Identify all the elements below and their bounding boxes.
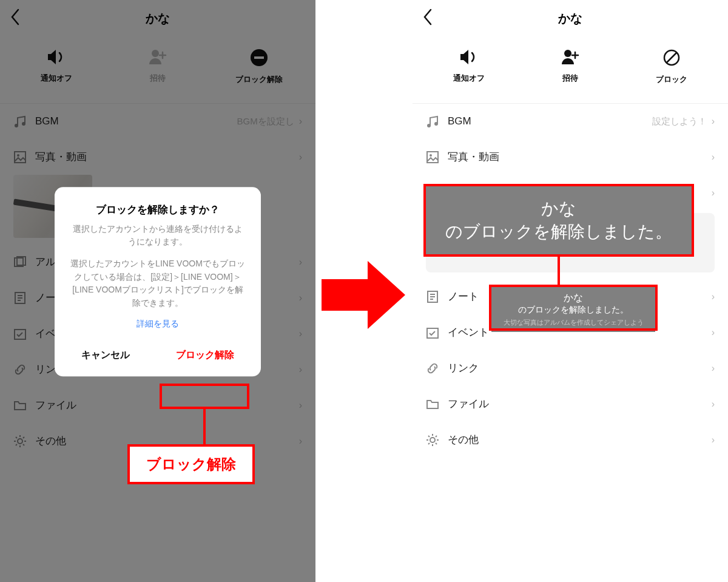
chevron-right-icon: › bbox=[712, 152, 715, 163]
connector-line bbox=[558, 257, 560, 287]
screenshot-before: かな 通知オフ 招待 ブロック解除 BGM BGMを設定し › 写真・動画 › … bbox=[0, 0, 315, 582]
chevron-right-icon: › bbox=[712, 188, 715, 198]
screenshot-after: かな 通知オフ 招待 ブロック BGM 設定しよう！ › 写真・動画 › アルバ… bbox=[413, 0, 728, 582]
note-icon bbox=[426, 290, 439, 303]
music-icon bbox=[426, 115, 439, 128]
block-icon bbox=[662, 49, 681, 69]
dialog-body-1: 選択したアカウントから連絡を受け付けるようになります。 bbox=[69, 223, 246, 249]
svg-point-29 bbox=[430, 438, 435, 442]
chevron-right-icon: › bbox=[712, 116, 715, 127]
chevron-right-icon: › bbox=[712, 435, 715, 445]
svg-point-15 bbox=[564, 50, 571, 57]
row-links-label: リンク bbox=[448, 361, 712, 375]
highlight-toast-big bbox=[423, 184, 694, 257]
callout-unblock: ブロック解除 bbox=[127, 444, 255, 484]
action-block[interactable]: ブロック bbox=[621, 49, 721, 85]
action-invite-label: 招待 bbox=[562, 73, 578, 84]
row-bgm-label: BGM bbox=[448, 115, 652, 127]
dialog-details-link[interactable]: 詳細を見る bbox=[69, 319, 246, 330]
dialog-confirm-button[interactable]: ブロック解除 bbox=[170, 344, 240, 367]
row-photos-label: 写真・動画 bbox=[448, 150, 712, 164]
row-other[interactable]: その他 › bbox=[413, 422, 728, 458]
add-user-icon bbox=[561, 49, 580, 68]
svg-point-19 bbox=[434, 122, 438, 126]
row-other-label: その他 bbox=[448, 433, 712, 447]
header: かな bbox=[413, 0, 728, 36]
row-photos[interactable]: 写真・動画 › bbox=[413, 139, 728, 175]
action-mute-label: 通知オフ bbox=[453, 73, 485, 84]
highlight-toast-small bbox=[489, 285, 658, 331]
link-icon bbox=[426, 362, 439, 375]
chevron-right-icon: › bbox=[712, 327, 715, 338]
page-title: かな bbox=[558, 10, 582, 27]
speaker-icon bbox=[459, 49, 479, 68]
svg-rect-20 bbox=[427, 152, 438, 163]
row-links[interactable]: リンク › bbox=[413, 350, 728, 386]
connector-line bbox=[203, 409, 206, 444]
svg-point-21 bbox=[430, 154, 432, 157]
chevron-right-icon: › bbox=[712, 363, 715, 374]
highlight-dialog-confirm bbox=[160, 384, 249, 409]
action-row: 通知オフ 招待 ブロック bbox=[413, 36, 728, 104]
gear-icon bbox=[426, 433, 439, 447]
action-mute[interactable]: 通知オフ bbox=[419, 49, 519, 84]
row-bgm[interactable]: BGM 設定しよう！ › bbox=[413, 104, 728, 139]
chevron-right-icon: › bbox=[712, 291, 715, 302]
calendar-icon bbox=[426, 326, 439, 339]
photo-icon bbox=[426, 151, 439, 164]
svg-point-18 bbox=[427, 124, 431, 127]
action-invite[interactable]: 招待 bbox=[520, 49, 620, 84]
unblock-dialog: ブロックを解除しますか？ 選択したアカウントから連絡を受け付けるようになります。… bbox=[55, 187, 261, 376]
svg-line-17 bbox=[666, 52, 677, 63]
dialog-body-2: 選択したアカウントをLINE VOOMでもブロックしている場合は、[設定]＞[L… bbox=[69, 257, 246, 310]
row-files[interactable]: ファイル › bbox=[413, 386, 728, 422]
dialog-title: ブロックを解除しますか？ bbox=[69, 203, 246, 217]
transition-arrow-icon bbox=[322, 261, 406, 328]
back-button[interactable] bbox=[422, 8, 433, 28]
folder-icon bbox=[426, 398, 439, 411]
action-block-label: ブロック bbox=[656, 74, 687, 85]
chevron-right-icon: › bbox=[712, 399, 715, 410]
dialog-cancel-button[interactable]: キャンセル bbox=[75, 344, 136, 367]
row-bgm-hint: 設定しよう！ bbox=[652, 116, 707, 127]
row-files-label: ファイル bbox=[448, 397, 712, 411]
